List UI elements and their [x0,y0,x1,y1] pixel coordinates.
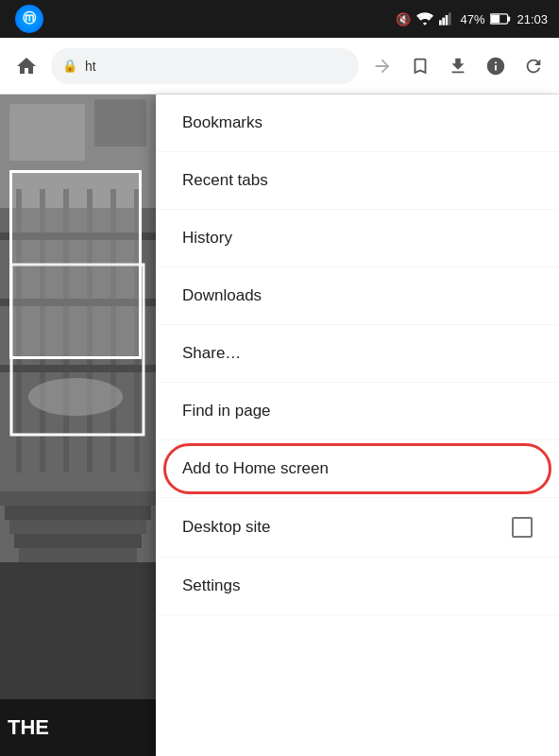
downloads-label: Downloads [182,286,262,305]
forward-button[interactable] [364,48,400,84]
svg-rect-23 [5,506,151,520]
address-text: ht [85,59,96,74]
toolbar-icons [364,48,551,84]
time-display: 21:03 [517,12,548,26]
menu-item-desktop-site[interactable]: Desktop site [156,498,559,558]
page-background: THE [0,94,156,756]
refresh-button[interactable] [516,48,551,84]
history-label: History [182,229,232,248]
menu-item-downloads[interactable]: Downloads [156,267,559,325]
desktop-site-checkbox[interactable] [512,517,533,538]
svg-rect-1 [443,18,446,26]
menu-item-find-in-page[interactable]: Find in page [156,383,559,440]
status-bar: ⓜ 🔇 47% 21:03 [0,0,559,38]
settings-label: Settings [182,576,240,595]
address-bar[interactable]: 🔒 ht [51,48,359,84]
download-button[interactable] [440,48,476,84]
info-button[interactable] [478,48,514,84]
menu-item-settings[interactable]: Settings [156,558,559,615]
page-bottom-text: THE [8,715,49,740]
svg-rect-6 [508,16,511,21]
svg-rect-9 [9,104,85,161]
menu-item-bookmarks[interactable]: Bookmarks [156,94,559,152]
menu-item-history[interactable]: History [156,210,559,267]
dropdown-menu: Bookmarks Recent tabs History Downloads … [156,94,559,756]
browser-toolbar: 🔒 ht [0,38,559,94]
svg-rect-24 [9,520,146,534]
svg-rect-3 [449,12,451,25]
battery-icon [490,13,511,25]
recent-tabs-label: Recent tabs [182,171,268,190]
home-button[interactable] [8,47,45,85]
svg-rect-22 [0,491,156,506]
svg-rect-2 [446,15,449,26]
svg-rect-10 [94,99,146,146]
bookmark-button[interactable] [402,48,438,84]
add-to-home-screen-label: Add to Home screen [182,459,329,478]
svg-rect-0 [439,20,442,25]
bookmarks-label: Bookmarks [182,113,263,132]
messenger-icon: ⓜ [15,5,43,33]
menu-item-recent-tabs[interactable]: Recent tabs [156,152,559,210]
signal-icon [439,12,454,26]
bottom-strip: THE [0,699,156,756]
share-label: Share… [182,344,241,363]
wifi-icon [416,12,433,26]
mute-icon: 🔇 [396,12,411,26]
svg-rect-5 [491,15,500,23]
desktop-site-label: Desktop site [182,518,271,537]
status-left: ⓜ [15,5,43,33]
street-image: THE [0,94,156,756]
menu-item-add-to-home-screen[interactable]: Add to Home screen [156,440,559,498]
find-in-page-label: Find in page [182,402,271,421]
svg-point-21 [28,378,123,416]
svg-rect-26 [19,548,137,562]
battery-text: 47% [460,12,484,26]
secure-lock-icon: 🔒 [62,59,77,73]
status-right: 🔇 47% 21:03 [396,12,548,26]
selection-frame [9,170,142,359]
svg-rect-25 [14,534,142,548]
menu-item-share[interactable]: Share… [156,325,559,383]
